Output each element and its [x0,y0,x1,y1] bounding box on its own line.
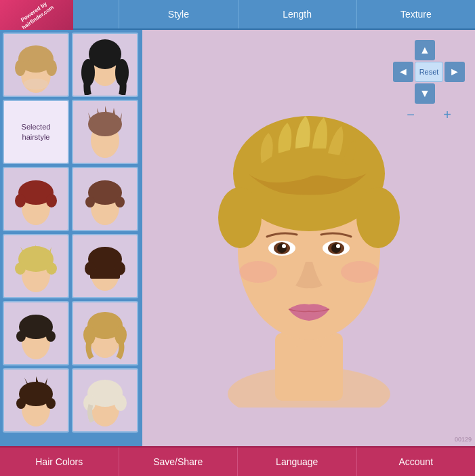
hairstyle-item-8[interactable] [72,234,138,298]
selected-hairstyle-text: Selected hairstyle [4,119,68,144]
main-layout: Selected hairstyle [0,30,475,446]
svg-point-44 [115,395,127,411]
bottom-nav-language[interactable]: Language [238,448,357,476]
svg-point-3 [46,60,57,76]
arrow-left-button[interactable]: ◄ [393,62,413,82]
hairstyle-row-5 [3,368,140,433]
svg-point-59 [336,244,340,248]
bottom-nav: Hair Colors Save/Share Language Account [0,446,475,476]
logo-text: Powered byhairfinder.com [17,0,56,30]
svg-point-23 [46,262,57,275]
svg-point-60 [239,261,277,283]
hairstyle-item-11[interactable] [3,368,69,433]
svg-point-31 [16,331,26,342]
zoom-controls: − + [402,106,455,123]
model-display [194,68,424,408]
hairstyle-item-1[interactable] [3,33,69,97]
hairstyle-item-5[interactable] [3,167,69,231]
arrow-down-button[interactable]: ▼ [415,83,435,104]
hairstyle-item-6[interactable] [72,167,138,231]
svg-point-5 [24,79,48,90]
hairstyle-item-4[interactable] [72,100,138,164]
bottom-nav-save-share[interactable]: Save/Share [119,448,239,476]
hairstyle-item-9[interactable] [3,301,69,365]
svg-rect-4 [26,49,46,61]
arrow-up-button[interactable]: ▲ [415,40,435,60]
hairstyle-row-1: Selected hairstyle [3,100,140,164]
svg-point-2 [15,60,26,76]
bottom-nav-account[interactable]: Account [357,448,476,476]
arrow-controls: ▲ ◄ Reset ► ▼ [393,40,465,104]
hairstyle-row-2 [3,167,140,231]
svg-point-40 [46,398,56,409]
hairstyle-row-0 [3,33,140,97]
hairstyle-selected-label: Selected hairstyle [3,100,69,164]
hairstyle-item-2[interactable] [72,33,138,97]
svg-point-18 [85,197,95,207]
version-stamp: 00129 [455,436,472,443]
svg-point-22 [15,262,26,275]
svg-point-19 [115,197,125,207]
zoom-out-button[interactable]: − [402,106,419,123]
hairstyle-item-12[interactable] [72,368,138,433]
svg-point-58 [282,244,286,248]
svg-point-51 [356,187,400,248]
main-content: ▲ ◄ Reset ► ▼ − + 00129 [142,30,475,446]
sidebar: Selected hairstyle [0,30,142,446]
bottom-nav-hair-colors[interactable]: Hair Colors [0,448,119,476]
svg-point-50 [218,187,262,248]
svg-point-32 [46,331,56,342]
svg-point-61 [341,261,379,283]
nav-style[interactable]: Style [119,0,237,28]
svg-point-14 [15,194,26,207]
navigation-controls: ▲ ◄ Reset ► ▼ − + [393,40,465,123]
logo-banner: Powered byhairfinder.com [0,0,73,30]
svg-point-39 [16,398,26,409]
zoom-in-button[interactable]: + [439,106,455,123]
hairstyle-item-10[interactable] [72,301,138,365]
hairstyle-item-7[interactable] [3,234,69,298]
nav-texture[interactable]: Texture [356,0,475,28]
svg-rect-28 [90,269,120,279]
arrow-right-button[interactable]: ► [445,62,465,82]
reset-button[interactable]: Reset [415,62,443,82]
nav-length[interactable]: Length [238,0,356,28]
hairstyle-row-3 [3,234,140,298]
hairstyle-row-4 [3,301,140,365]
top-nav: Powered byhairfinder.com Model Style Len… [0,0,475,30]
svg-point-15 [46,194,57,207]
